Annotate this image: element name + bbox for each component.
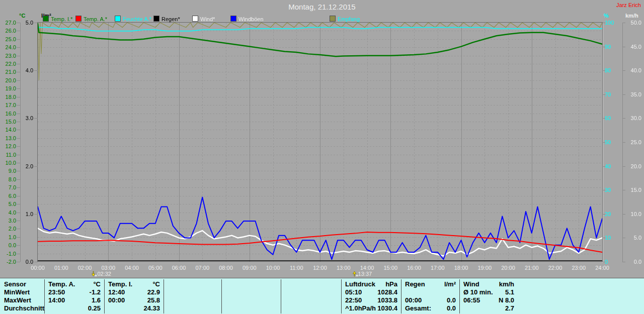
axis-tick: [34, 118, 38, 119]
humidity-axis-label: 30: [605, 187, 618, 193]
x-axis-label: 06:00: [170, 265, 188, 271]
table-column-divider: [401, 279, 401, 313]
legend-swatch-icon: [43, 16, 49, 22]
axis-tick: [602, 262, 605, 262]
celsius-axis-label: 1.0: [1, 234, 16, 240]
table-column-divider: [281, 279, 281, 313]
table-cell-time: 14:00: [48, 296, 65, 304]
windspeed-axis-label: 10.0: [626, 211, 641, 217]
humidity-axis-label: 50: [605, 139, 618, 145]
table-column-divider: [104, 279, 105, 313]
windspeed-axis-label: 0.0: [626, 259, 641, 265]
axis-tick: [602, 166, 605, 167]
table-row-label: MinWert: [4, 288, 30, 296]
axis-tick: [622, 262, 625, 262]
weather-chart-canvas[interactable]: [37, 22, 603, 262]
table-cell-time: 12:40: [108, 288, 125, 296]
table-cell-value: 22.9: [125, 288, 160, 296]
table-cell-value: 24.33: [125, 304, 160, 312]
axis-tick: [602, 23, 605, 23]
table-cell-time: 23:50: [48, 288, 65, 296]
x-axis-label: 03:00: [99, 265, 117, 271]
x-axis-label: 12:00: [311, 265, 329, 271]
table-column-divider: [221, 279, 222, 313]
windspeed-axis-label: 30.0: [626, 115, 641, 121]
axis-tick: [17, 64, 20, 64]
celsius-axis-line: [20, 23, 21, 262]
legend-item-1: Temp. I.*: [43, 16, 72, 22]
celsius-axis-label: 2.0: [1, 226, 16, 232]
x-axis-label: 01:00: [52, 265, 70, 271]
axis-tick: [602, 47, 605, 47]
axis-tick: [17, 80, 20, 81]
celsius-axis-label: 22.0: [1, 61, 16, 67]
time-marker-0232: 02:32: [91, 271, 111, 277]
table-cell-time: 00:00: [108, 296, 125, 304]
table-col-unit: l/m²: [421, 280, 456, 288]
axis-tick: [17, 229, 20, 229]
celsius-axis-label: 23.0: [1, 53, 16, 59]
axis-tick: [17, 31, 20, 31]
table-cell-time: 06:55: [463, 296, 480, 304]
marker-arrow-up-icon: [352, 271, 358, 277]
x-axis-label: 19:00: [475, 265, 494, 271]
legend-label: Feuchte A.*: [123, 16, 151, 22]
table-column-divider: [44, 279, 45, 313]
axis-tick: [17, 97, 20, 97]
table-cell-value: -1.2: [65, 288, 101, 296]
table-col-unit: km/h: [479, 280, 514, 288]
table-cell-time: 00:00: [405, 296, 422, 304]
table-col-unit: hPa: [362, 280, 397, 288]
celsius-axis-label: 9.0: [1, 168, 16, 174]
axis-tick: [34, 262, 38, 262]
legend-swatch-icon: [153, 16, 159, 22]
celsius-axis-label: 15.0: [1, 119, 16, 125]
x-axis-label: 05:00: [146, 265, 165, 271]
windspeed-axis-line: [622, 23, 623, 262]
weather-app-window: Montag, 21.12.2015 Jarz Erich °C l/m² % …: [0, 0, 644, 314]
axis-tick: [17, 196, 20, 196]
celsius-axis-label: 6.0: [1, 193, 16, 199]
page-title: Montag, 21.12.2015: [0, 3, 644, 11]
legend-swatch-icon: [192, 16, 198, 22]
axis-tick: [17, 146, 20, 147]
table-cell-value: 1030.4: [362, 304, 397, 312]
humidity-axis-label: 10: [605, 235, 618, 241]
legend-item-3: Feuchte A.*: [115, 16, 151, 22]
axis-tick: [34, 166, 38, 167]
legend-label: Temp. A.*: [84, 16, 107, 22]
axis-tick: [17, 88, 20, 89]
table-column-divider: [164, 279, 164, 313]
axis-tick: [17, 187, 20, 188]
legend-swatch-icon: [330, 16, 336, 22]
axis-tick: [17, 47, 20, 48]
axis-tick: [17, 221, 20, 221]
windspeed-axis-label: 5.0: [626, 235, 641, 241]
axis-tick: [17, 138, 20, 139]
table-cell-value: 0.0: [421, 296, 456, 304]
table-cell-value: 25.8: [125, 296, 160, 304]
celsius-axis-label: 3.0: [1, 218, 16, 224]
axis-tick: [602, 94, 605, 95]
celsius-axis-label: 4.0: [1, 210, 16, 216]
axis-tick: [17, 114, 20, 114]
x-axis-label: 08:00: [217, 265, 235, 271]
legend-swatch-icon: [115, 16, 121, 22]
x-axis-label: 24:00: [593, 265, 611, 271]
table-cell-value: 1.6: [65, 296, 101, 304]
windspeed-axis-label: 35.0: [626, 91, 641, 97]
windspeed-axis-label: 20.0: [626, 163, 641, 169]
celsius-axis-header: °C: [19, 13, 25, 19]
axis-tick: [602, 214, 605, 215]
axis-tick: [17, 155, 20, 155]
table-cell-value: 1033.8: [362, 296, 397, 304]
table-column-divider: [341, 279, 342, 313]
celsius-axis-label: 26.0: [1, 28, 16, 34]
axis-tick: [17, 245, 20, 246]
windspeed-axis-label: 40.0: [626, 67, 641, 73]
table-column-divider: [459, 279, 460, 313]
table-col-unit: °C: [125, 280, 160, 288]
time-marker-label: 02:32: [97, 271, 111, 277]
legend-label: Wind*: [200, 16, 215, 22]
celsius-axis-label: 27.0: [1, 20, 16, 26]
